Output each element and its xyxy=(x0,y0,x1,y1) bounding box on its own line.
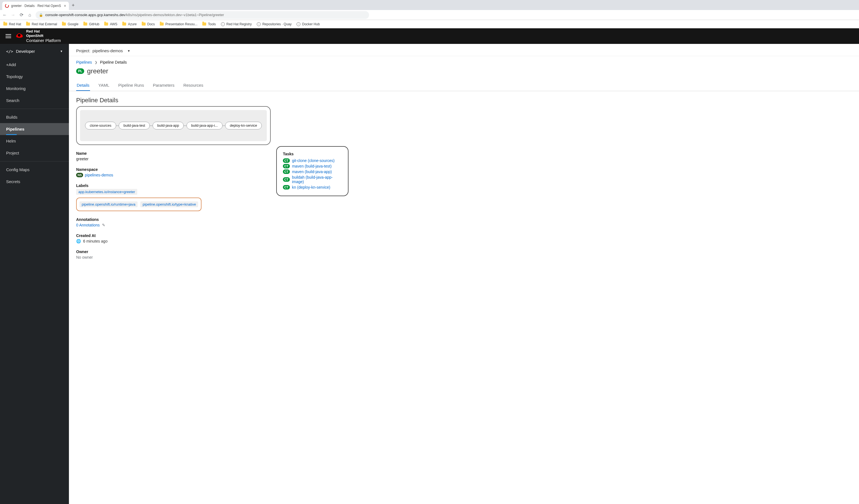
tab-pipeline-runs[interactable]: Pipeline Runs xyxy=(118,80,145,91)
site-icon: ○ xyxy=(297,22,300,26)
details-grid: Name greeter Namespace NS pipelines-demo… xyxy=(76,151,852,265)
task-row: CTbuildah (build-java-app-image) xyxy=(283,175,342,184)
brand-line1: Red Hat xyxy=(26,29,40,33)
field-owner: Owner No owner xyxy=(76,249,254,260)
bookmark-label: Docker Hub xyxy=(302,22,320,26)
browser-tab-bar: greeter · Details · Red Hat OpenS × + xyxy=(0,0,859,10)
browser-tab[interactable]: greeter · Details · Red Hat OpenS × xyxy=(2,2,69,10)
nav-separator xyxy=(0,161,69,162)
brand-line3: Container Platform xyxy=(26,38,61,43)
task-link[interactable]: maven (build-java-test) xyxy=(292,164,332,168)
sidebar-item-topology[interactable]: Topology xyxy=(0,71,69,82)
brand-logo[interactable]: Red Hat OpenShift Container Platform xyxy=(16,29,61,43)
hamburger-menu-button[interactable] xyxy=(5,33,11,39)
project-prefix: Project: xyxy=(76,48,90,53)
breadcrumb: Pipelines ❯ Pipeline Details xyxy=(69,56,859,65)
task-link[interactable]: maven (build-java-app) xyxy=(292,169,332,174)
sidebar-item-pipelines[interactable]: Pipelines xyxy=(0,123,69,135)
sidebar-item-monitoring[interactable]: Monitoring xyxy=(0,82,69,94)
bookmark-item[interactable]: Tools xyxy=(202,22,216,26)
home-button[interactable]: ⌂ xyxy=(27,13,32,17)
perspective-label: Developer xyxy=(16,49,35,54)
tabs: DetailsYAMLPipeline RunsParametersResour… xyxy=(69,80,859,91)
bookmark-label: AWS xyxy=(110,22,117,26)
label-chip[interactable]: app.kubernetes.io/instance=greeter xyxy=(76,189,137,195)
task-link[interactable]: buildah (build-java-app-image) xyxy=(292,175,342,184)
bookmark-item[interactable]: Docs xyxy=(142,22,155,26)
sidebar-item-helm[interactable]: Helm xyxy=(0,135,69,147)
namespace-label: Namespace xyxy=(76,167,254,172)
annotations-link[interactable]: 0 Annotations xyxy=(76,223,100,227)
tab-resources[interactable]: Resources xyxy=(183,80,204,91)
chevron-right-icon: ❯ xyxy=(95,61,97,64)
bookmark-item[interactable]: Red Hat xyxy=(3,22,21,26)
folder-icon xyxy=(62,22,66,26)
folder-icon xyxy=(160,22,164,26)
sidebar-item-secrets[interactable]: Secrets xyxy=(0,175,69,187)
bookmark-item[interactable]: ○Docker Hub xyxy=(297,22,320,26)
bookmark-item[interactable]: ○Repositories · Quay xyxy=(257,22,291,26)
pipeline-task-node[interactable]: deploy-kn-service xyxy=(225,122,262,129)
task-row: CTmaven (build-java-app) xyxy=(283,169,342,174)
sidebar-item-search[interactable]: Search xyxy=(0,94,69,106)
project-selector[interactable]: Project: pipelines-demos ▼ xyxy=(69,44,859,56)
tab-details[interactable]: Details xyxy=(76,80,90,91)
field-created-at: Created At 🌐 6 minutes ago xyxy=(76,233,254,243)
label-chip[interactable]: pipeline.openshift.io/runtime=java xyxy=(79,201,138,207)
clustertask-badge: CT xyxy=(283,185,290,189)
back-button[interactable]: ← xyxy=(2,13,7,17)
caret-down-icon: ▼ xyxy=(60,50,63,53)
pencil-icon[interactable]: ✎ xyxy=(102,223,105,227)
reload-button[interactable]: ⟳ xyxy=(19,12,24,17)
bookmark-item[interactable]: ○Red Hat Registry xyxy=(221,22,252,26)
site-icon: ○ xyxy=(221,22,225,26)
clustertask-badge: CT xyxy=(283,177,290,182)
browser-chrome: greeter · Details · Red Hat OpenS × + ← … xyxy=(0,0,859,28)
bookmark-item[interactable]: Azure xyxy=(122,22,136,26)
folder-icon xyxy=(122,22,126,26)
nav-separator xyxy=(0,109,69,109)
task-link[interactable]: git-clone (clone-sources) xyxy=(292,158,335,163)
bookmark-label: GitHub xyxy=(89,22,99,26)
url-input[interactable]: 🔒 console-openshift-console.apps.gcp.kam… xyxy=(35,11,369,19)
labels-row: app.kubernetes.io/instance=greeter pipel… xyxy=(76,189,254,211)
sidebar-item-builds[interactable]: Builds xyxy=(0,111,69,123)
section-heading: Pipeline Details xyxy=(76,97,852,104)
bookmark-label: Red Hat External xyxy=(32,22,57,26)
field-annotations: Annotations 0 Annotations ✎ xyxy=(76,217,254,227)
name-value: greeter xyxy=(76,157,254,161)
sidebar-item--add[interactable]: +Add xyxy=(0,59,69,71)
new-tab-button[interactable]: + xyxy=(69,1,77,10)
bookmark-item[interactable]: AWS xyxy=(104,22,117,26)
sidebar-item-project[interactable]: Project xyxy=(0,147,69,159)
bookmark-item[interactable]: Red Hat External xyxy=(26,22,57,26)
brand-text: Red Hat OpenShift Container Platform xyxy=(26,29,61,43)
pipeline-task-node[interactable]: build-java-app-i... xyxy=(186,122,223,129)
pipeline-task-node[interactable]: build-java-test xyxy=(119,122,150,129)
tasks-panel-highlight: Tasks CTgit-clone (clone-sources)CTmaven… xyxy=(276,146,348,196)
breadcrumb-link-pipelines[interactable]: Pipelines xyxy=(76,60,92,64)
bookmark-item[interactable]: Presentation Resou... xyxy=(160,22,197,26)
task-link[interactable]: kn (deploy-kn-service) xyxy=(292,185,330,189)
bookmark-label: Presentation Resou... xyxy=(165,22,197,26)
folder-icon xyxy=(26,22,30,26)
tab-parameters[interactable]: Parameters xyxy=(152,80,175,91)
page-title: PL greeter xyxy=(69,65,859,80)
sidebar-item-config-maps[interactable]: Config Maps xyxy=(0,164,69,175)
pipeline-task-node[interactable]: build-java-app xyxy=(153,122,184,129)
main-content: Project: pipelines-demos ▼ Pipelines ❯ P… xyxy=(69,44,859,504)
perspective-switcher[interactable]: </> Developer ▼ xyxy=(0,44,69,59)
namespace-link[interactable]: pipelines-demos xyxy=(85,173,113,177)
bookmark-item[interactable]: GitHub xyxy=(84,22,99,26)
tab-content: Pipeline Details clone-sourcesbuild-java… xyxy=(69,91,859,271)
code-icon: </> xyxy=(6,49,13,54)
label-chip[interactable]: pipeline.openshift.io/type=knative xyxy=(140,201,198,207)
forward-button[interactable]: → xyxy=(11,13,16,17)
bookmark-item[interactable]: Google xyxy=(62,22,78,26)
folder-icon xyxy=(3,22,7,26)
details-column-left: Name greeter Namespace NS pipelines-demo… xyxy=(76,151,254,265)
tab-yaml[interactable]: YAML xyxy=(98,80,110,91)
labels-highlight-box: pipeline.openshift.io/runtime=java pipel… xyxy=(76,198,201,211)
pipeline-task-node[interactable]: clone-sources xyxy=(85,122,116,129)
close-tab-icon[interactable]: × xyxy=(64,4,66,8)
